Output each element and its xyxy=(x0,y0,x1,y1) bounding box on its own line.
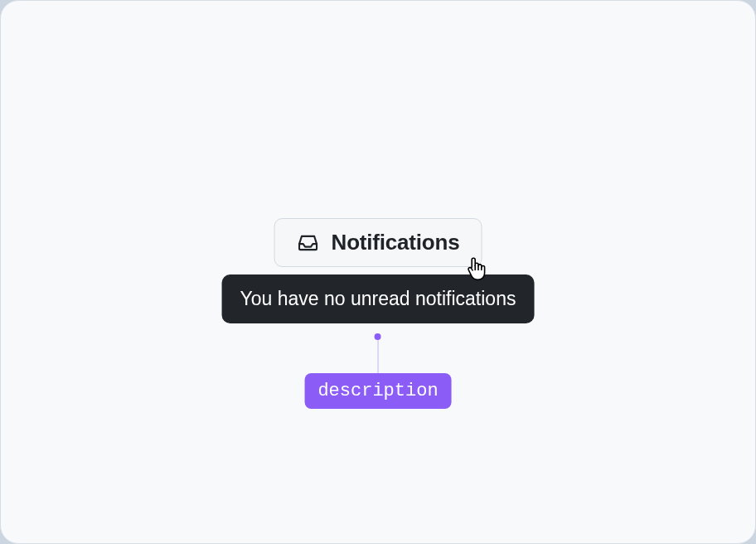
annotation-tag-label: description xyxy=(317,381,438,401)
app-frame: Notifications You have no unread notific… xyxy=(0,0,756,544)
demo-stage: Notifications You have no unread notific… xyxy=(222,218,535,409)
annotation-leader-dot xyxy=(375,333,381,340)
tooltip-text: You have no unread notifications xyxy=(240,288,516,309)
annotation-tag: description xyxy=(304,373,451,409)
inbox-icon xyxy=(297,231,320,255)
annotation-leader-line xyxy=(377,340,379,373)
notifications-button[interactable]: Notifications xyxy=(274,218,482,267)
notifications-button-label: Notifications xyxy=(332,230,460,255)
tooltip: You have no unread notifications xyxy=(222,274,535,323)
